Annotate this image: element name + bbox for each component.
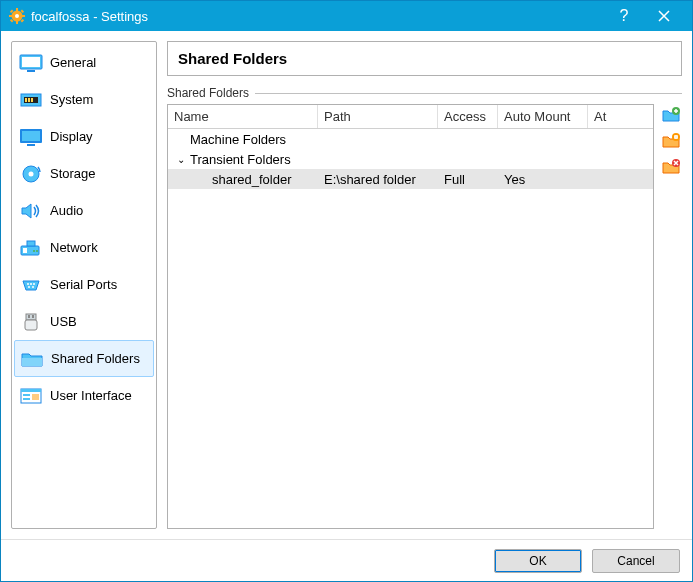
general-icon (18, 52, 44, 74)
svg-rect-12 (27, 70, 35, 72)
col-access[interactable]: Access (438, 105, 498, 128)
sidebar-item-label: Network (50, 240, 98, 255)
ok-button[interactable]: OK (494, 549, 582, 573)
edit-folder-button[interactable] (660, 130, 682, 152)
main-panel: Shared Folders Shared Folders Name Path … (167, 41, 682, 529)
svg-rect-37 (22, 358, 42, 366)
remove-folder-button[interactable] (660, 156, 682, 178)
svg-point-26 (36, 250, 38, 252)
chevron-down-icon: ⌄ (174, 154, 188, 165)
shared-folders-group: Shared Folders Name Path Access Auto Mou… (167, 86, 682, 529)
usb-icon (18, 311, 44, 333)
sidebar-item-label: Shared Folders (51, 351, 140, 366)
svg-rect-11 (22, 57, 40, 67)
svg-rect-24 (23, 248, 27, 253)
settings-window: focalfossa - Settings ? General System (0, 0, 693, 582)
svg-rect-45 (674, 135, 678, 139)
sidebar-item-serial[interactable]: Serial Ports (14, 266, 154, 303)
svg-rect-33 (26, 314, 36, 320)
sidebar-item-label: Serial Ports (50, 277, 117, 292)
svg-rect-19 (22, 131, 40, 141)
svg-rect-15 (25, 98, 27, 102)
svg-rect-4 (22, 15, 25, 17)
svg-rect-3 (9, 15, 12, 17)
svg-point-25 (33, 250, 35, 252)
folder-toolbar (660, 104, 682, 529)
svg-rect-42 (32, 394, 39, 400)
group-label-text: Shared Folders (167, 86, 249, 100)
svg-rect-35 (28, 315, 30, 318)
titlebar: focalfossa - Settings ? (1, 1, 692, 31)
svg-rect-36 (32, 315, 34, 318)
cell-auto: Yes (498, 172, 588, 187)
sidebar-item-network[interactable]: Network (14, 229, 154, 266)
display-icon (18, 126, 44, 148)
col-at[interactable]: At (588, 105, 653, 128)
add-folder-button[interactable] (660, 104, 682, 126)
system-icon (18, 89, 44, 111)
svg-point-32 (32, 286, 34, 288)
cancel-button[interactable]: Cancel (592, 549, 680, 573)
svg-rect-1 (16, 8, 18, 11)
sidebar-item-label: System (50, 92, 93, 107)
svg-point-28 (27, 283, 29, 285)
help-button[interactable]: ? (604, 1, 644, 31)
cell-path: E:\shared folder (318, 172, 438, 187)
cell-name: shared_folder (168, 172, 318, 187)
window-title: focalfossa - Settings (31, 9, 148, 24)
dialog-footer: OK Cancel (1, 539, 692, 581)
svg-rect-2 (16, 21, 18, 24)
table-row[interactable]: shared_folder E:\shared folder Full Yes (168, 169, 653, 189)
sidebar-item-label: Display (50, 129, 93, 144)
table-header: Name Path Access Auto Mount At (168, 105, 653, 129)
sidebar-item-usb[interactable]: USB (14, 303, 154, 340)
sidebar-item-system[interactable]: System (14, 81, 154, 118)
sidebar-item-label: User Interface (50, 388, 132, 403)
sidebar-item-label: General (50, 55, 96, 70)
col-auto[interactable]: Auto Mount (498, 105, 588, 128)
window-body: General System Display Storage (1, 31, 692, 539)
cell-access: Full (438, 172, 498, 187)
serial-icon (18, 274, 44, 296)
svg-rect-41 (23, 398, 30, 400)
svg-point-29 (30, 283, 32, 285)
transient-folders-node[interactable]: ⌄ Transient Folders (168, 149, 653, 169)
svg-rect-17 (31, 98, 33, 102)
svg-point-31 (28, 286, 30, 288)
folders-table: Name Path Access Auto Mount At Machine F… (167, 104, 654, 529)
gear-icon (9, 8, 25, 24)
svg-rect-39 (21, 389, 41, 392)
sidebar-item-audio[interactable]: Audio (14, 192, 154, 229)
sidebar-item-ui[interactable]: User Interface (14, 377, 154, 414)
machine-folders-node[interactable]: Machine Folders (168, 129, 653, 149)
svg-rect-34 (25, 320, 37, 330)
sidebar-item-label: Audio (50, 203, 83, 218)
col-name[interactable]: Name (168, 105, 318, 128)
sidebar-item-general[interactable]: General (14, 44, 154, 81)
sidebar-item-label: USB (50, 314, 77, 329)
svg-rect-27 (27, 241, 35, 246)
close-button[interactable] (644, 1, 684, 31)
svg-point-22 (29, 171, 34, 176)
svg-point-30 (33, 283, 35, 285)
svg-rect-20 (27, 144, 35, 146)
sidebar-item-display[interactable]: Display (14, 118, 154, 155)
svg-point-9 (15, 14, 19, 18)
tree-label: Transient Folders (190, 152, 291, 167)
col-path[interactable]: Path (318, 105, 438, 128)
network-icon (18, 237, 44, 259)
table-body: Machine Folders ⌄ Transient Folders shar… (168, 129, 653, 528)
tree-label: Machine Folders (190, 132, 286, 147)
svg-rect-40 (23, 394, 30, 396)
audio-icon (18, 200, 44, 222)
ui-icon (18, 385, 44, 407)
folder-icon (19, 348, 45, 370)
storage-icon (18, 163, 44, 185)
sidebar-item-shared-folders[interactable]: Shared Folders (14, 340, 154, 377)
sidebar: General System Display Storage (11, 41, 157, 529)
page-title: Shared Folders (167, 41, 682, 76)
group-label: Shared Folders (167, 86, 682, 100)
sidebar-item-storage[interactable]: Storage (14, 155, 154, 192)
svg-rect-16 (28, 98, 30, 102)
sidebar-item-label: Storage (50, 166, 96, 181)
